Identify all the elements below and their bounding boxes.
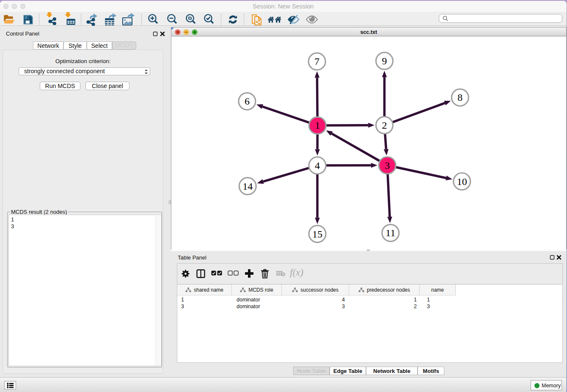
svg-text:3: 3 [385,160,390,171]
svg-text:6: 6 [245,96,250,107]
svg-text:1: 1 [315,120,320,131]
svg-text:14: 14 [242,181,253,192]
svg-text:4: 4 [315,160,320,171]
svg-text:11: 11 [385,227,395,238]
svg-text:2: 2 [382,120,387,131]
svg-text:15: 15 [312,229,322,240]
svg-text:7: 7 [314,56,319,67]
svg-text:10: 10 [457,176,467,187]
svg-text:8: 8 [457,92,462,103]
svg-text:9: 9 [382,55,387,66]
